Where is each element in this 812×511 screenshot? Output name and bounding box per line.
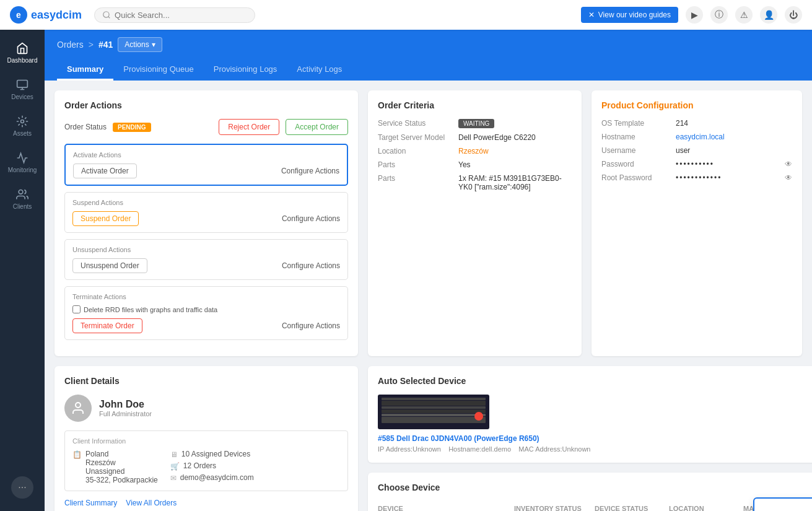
- change-target-device-item[interactable]: ✏ Change Target Device: [764, 507, 812, 511]
- activate-section-label: Activate Actions: [73, 151, 339, 159]
- client-info-label: Client Information: [72, 437, 158, 445]
- criteria-row-1: Target Server Model Dell PowerEdge C6220: [378, 133, 572, 142]
- reject-order-button[interactable]: Reject Order: [219, 119, 279, 135]
- col-inventory-status: INVENTORY STATUS: [514, 505, 595, 511]
- sidebar-item-dashboard[interactable]: Dashboard: [2, 36, 42, 70]
- device-ip: IP Address:Unknown: [378, 445, 441, 453]
- product-config-title: Product Configuration: [601, 100, 792, 110]
- sidebar-label-devices: Devices: [11, 94, 33, 100]
- search-icon: [102, 11, 111, 19]
- tab-activity-logs[interactable]: Activity Logs: [287, 59, 352, 81]
- suspend-order-button[interactable]: Suspend Order: [72, 211, 139, 226]
- config-row-3: Password •••••••••• 👁: [601, 160, 792, 168]
- address-line-4: 35-322, Podkarpackie: [85, 476, 158, 484]
- config-row-0: OS Template 214: [601, 119, 792, 128]
- warning-icon[interactable]: ⚠: [735, 6, 753, 24]
- power-icon[interactable]: ⏻: [785, 6, 802, 24]
- criteria-key-3: Parts: [378, 160, 458, 169]
- config-val-3: ••••••••••: [676, 160, 781, 168]
- terminate-files-checkbox[interactable]: [72, 305, 81, 313]
- criteria-row-2: Location Rzeszów: [378, 147, 572, 155]
- client-info-box: Client Information 📋 Poland Rzeszów Unas…: [64, 430, 348, 491]
- breadcrumb-orders[interactable]: Orders: [57, 40, 84, 50]
- main-content: Order Actions Order Status PENDING Rejec…: [45, 81, 812, 511]
- product-config-card: Product Configuration OS Template 214 Ho…: [592, 90, 802, 356]
- client-summary-link[interactable]: Client Summary: [64, 499, 117, 507]
- breadcrumb: Orders > #41 Actions ▾: [57, 37, 800, 52]
- config-val-1[interactable]: easydcim.local: [676, 133, 792, 141]
- terminate-section-label: Terminate Actions: [72, 293, 340, 300]
- waiting-badge: WAITING: [458, 119, 494, 128]
- assets-icon: [16, 115, 28, 128]
- activate-order-button[interactable]: Activate Order: [73, 164, 137, 178]
- breadcrumb-order-id: #41: [98, 40, 113, 50]
- client-info: John Doe Full Administrator: [99, 399, 152, 417]
- tab-provisioning-logs[interactable]: Provisioning Logs: [204, 59, 287, 81]
- page-tabs: Summary Provisioning Queue Provisioning …: [57, 59, 800, 81]
- home-icon: [16, 42, 28, 55]
- password-eye-icon[interactable]: 👁: [785, 160, 792, 168]
- sidebar-label-monitoring: Monitoring: [8, 167, 37, 173]
- criteria-row-4: Parts 1x RAM: #15 M391B1G73EB0-YK0 ["ram…: [378, 174, 572, 191]
- unsuspend-section-label: Unsuspend Actions: [72, 246, 340, 253]
- video-guide-button[interactable]: ✕ View our video guides: [581, 7, 678, 23]
- search-input[interactable]: [115, 11, 238, 20]
- orders-text: 12 Orders: [183, 461, 216, 470]
- info-icon[interactable]: ⓘ: [710, 6, 728, 24]
- terminate-files-label[interactable]: Delete RRD files with graphs and traffic…: [72, 305, 340, 313]
- sidebar-label-dashboard: Dashboard: [7, 57, 38, 64]
- criteria-key-1: Target Server Model: [378, 133, 458, 142]
- terminate-configure-link[interactable]: Configure Actions: [282, 321, 340, 330]
- order-criteria-title: Order Criteria: [378, 100, 572, 110]
- search-bar[interactable]: [94, 7, 255, 23]
- monitoring-icon: [16, 152, 28, 164]
- client-address-text: Poland Rzeszów Unassigned 35-322, Podkar…: [85, 450, 158, 484]
- tab-summary[interactable]: Summary: [57, 59, 113, 81]
- terminate-order-button[interactable]: Terminate Order: [72, 318, 142, 333]
- sidebar-item-clients[interactable]: Clients: [2, 182, 42, 216]
- accept-order-button[interactable]: Accept Order: [286, 119, 348, 135]
- assigned-devices-row: 🖥 10 Assigned Devices: [170, 450, 254, 459]
- unsuspend-configure-link[interactable]: Configure Actions: [282, 261, 340, 270]
- devices-icon: [16, 79, 28, 91]
- nav-right: ✕ View our video guides ▶ ⓘ ⚠ 👤 ⏻: [581, 6, 802, 24]
- sidebar-item-more[interactable]: ···: [2, 470, 42, 505]
- config-val-0: 214: [676, 119, 792, 128]
- email-row: ✉ demo@easydcim.com: [170, 473, 254, 483]
- order-status-label: Order Status: [64, 123, 107, 131]
- choose-device-card: Choose Device ⋯ ✏ Change Target Device D…: [368, 473, 812, 511]
- address-line-2: Rzeszów: [85, 458, 158, 467]
- config-val-2: user: [676, 146, 792, 155]
- device-mac: MAC Address:Unknown: [518, 445, 590, 453]
- criteria-key-4: Parts: [378, 174, 458, 191]
- actions-button[interactable]: Actions ▾: [118, 37, 162, 52]
- device-power-indicator: [474, 412, 483, 421]
- terminate-action-row: Terminate Order Configure Actions: [72, 318, 340, 333]
- sidebar-item-devices[interactable]: Devices: [2, 72, 42, 107]
- auto-selected-title: Auto Selected Device: [378, 376, 812, 386]
- client-name: John Doe: [99, 399, 152, 410]
- config-val-4: ••••••••••••: [676, 173, 781, 182]
- devices-small-icon: 🖥: [170, 450, 178, 459]
- play-icon[interactable]: ▶: [686, 6, 703, 24]
- config-key-2: Username: [601, 146, 676, 155]
- sidebar-item-assets[interactable]: Assets: [2, 109, 42, 143]
- unsuspend-order-button[interactable]: Unsuspend Order: [72, 258, 147, 273]
- suspend-configure-link[interactable]: Configure Actions: [282, 214, 340, 223]
- device-name-link[interactable]: #585 Dell Drac 0JDN4VA00 (PowerEdge R650…: [378, 434, 812, 443]
- criteria-key-0: Service Status: [378, 119, 458, 128]
- svg-rect-1: [17, 81, 28, 88]
- avatar-icon: [71, 401, 85, 416]
- sidebar-item-monitoring[interactable]: Monitoring: [2, 146, 42, 180]
- client-info-col-2: 🖥 10 Assigned Devices 🛒 12 Orders ✉ demo: [170, 437, 254, 484]
- tab-provisioning-queue[interactable]: Provisioning Queue: [113, 59, 203, 81]
- order-status-row: Order Status PENDING Reject Order Accept…: [64, 119, 348, 135]
- criteria-val-1: Dell PowerEdge C6220: [458, 133, 536, 142]
- root-password-eye-icon[interactable]: 👁: [785, 173, 792, 182]
- unsuspend-action-row: Unsuspend Order Configure Actions: [72, 258, 340, 273]
- activate-configure-link[interactable]: Configure Actions: [281, 167, 339, 175]
- config-key-4: Root Password: [601, 173, 676, 182]
- user-icon[interactable]: 👤: [760, 6, 777, 24]
- view-all-orders-link[interactable]: View All Orders: [126, 499, 177, 507]
- criteria-key-2: Location: [378, 147, 458, 155]
